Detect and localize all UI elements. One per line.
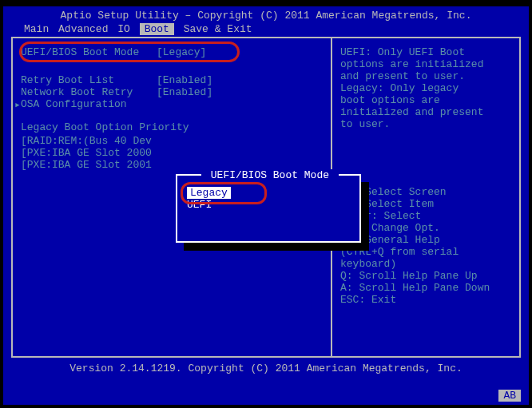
footer-version: Version 2.14.1219. Copyright (C) 2011 Am… — [3, 358, 529, 376]
network-boot-retry-value: [Enabled] — [157, 86, 212, 98]
help-line: keyboard) — [340, 258, 513, 270]
retry-boot-list-value: [Enabled] — [157, 74, 212, 86]
osa-config-label: OSA Configuration — [21, 98, 157, 110]
tab-main[interactable]: Main — [24, 23, 49, 35]
help-line: A: Scroll Help Pane Down — [340, 282, 513, 294]
tab-boot[interactable]: Boot — [140, 23, 174, 35]
legacy-priority-header: Legacy Boot Option Priority — [21, 121, 328, 133]
app-title: Aptio Setup Utility – Copyright (C) 2011… — [3, 6, 529, 23]
tab-bar: Main Advanced IO Boot Save & Exit — [3, 23, 529, 37]
boot-mode-row[interactable]: UEFI/BIOS Boot Mode [Legacy] — [21, 46, 328, 58]
boot-mode-label: UEFI/BIOS Boot Mode — [21, 46, 157, 58]
network-boot-retry-row[interactable]: Network Boot Retry [Enabled] — [21, 86, 328, 98]
desc-line: initialized and present — [340, 106, 513, 118]
retry-boot-list-label: Retry Boot List — [21, 74, 157, 86]
tab-advanced[interactable]: Advanced — [58, 23, 108, 35]
osa-config-row[interactable]: ▸ OSA Configuration — [21, 98, 328, 110]
corner-badge: AB — [498, 390, 521, 402]
submenu-arrow-icon: ▸ — [14, 98, 21, 111]
popup-title: UEFI/BIOS Boot Mode — [201, 169, 339, 181]
boot-mode-value: [Legacy] — [157, 46, 206, 58]
item-description: UEFI: Only UEFI Boot options are initial… — [340, 46, 513, 130]
priority-item-0[interactable]: [RAID:REM:(Bus 40 Dev — [21, 135, 328, 147]
boot-mode-popup: UEFI/BIOS Boot Mode Legacy UEFI — [176, 174, 361, 243]
retry-boot-list-row[interactable]: Retry Boot List [Enabled] — [21, 74, 328, 86]
help-line: Q: Scroll Help Pane Up — [340, 270, 513, 282]
desc-line: to user. — [340, 118, 513, 130]
desc-line: UEFI: Only UEFI Boot — [340, 46, 513, 58]
priority-item-1[interactable]: [PXE:IBA GE Slot 2000 — [21, 147, 328, 159]
popup-option-legacy[interactable]: Legacy — [187, 187, 231, 199]
network-boot-retry-label: Network Boot Retry — [21, 86, 157, 98]
desc-line: options are initialized — [340, 58, 513, 70]
help-line: ESC: Exit — [340, 294, 513, 306]
tab-io[interactable]: IO — [117, 23, 130, 35]
desc-line: Legacy: Only legacy — [340, 82, 513, 94]
popup-option-uefi[interactable]: UEFI — [187, 199, 355, 211]
tab-save-exit[interactable]: Save & Exit — [184, 23, 252, 35]
bios-screen: Aptio Setup Utility – Copyright (C) 2011… — [3, 6, 529, 405]
desc-line: and present to user. — [340, 70, 513, 82]
desc-line: boot options are — [340, 94, 513, 106]
